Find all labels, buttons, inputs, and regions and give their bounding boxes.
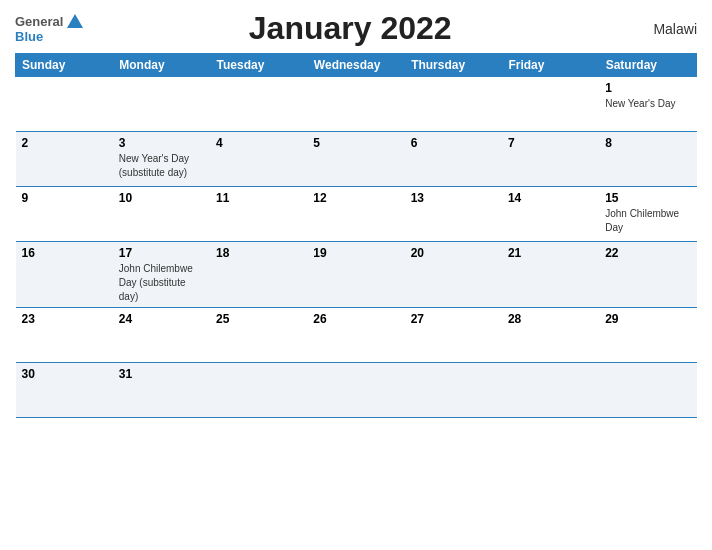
calendar-cell: [599, 363, 696, 418]
day-number: 31: [119, 367, 204, 381]
calendar-cell: 25: [210, 308, 307, 363]
day-header-monday: Monday: [113, 54, 210, 77]
calendar-cell: [307, 363, 404, 418]
day-number: 22: [605, 246, 690, 260]
calendar-cell: 1New Year's Day: [599, 77, 696, 132]
calendar-cell: 28: [502, 308, 599, 363]
calendar-cell: 18: [210, 242, 307, 308]
day-number: 25: [216, 312, 301, 326]
day-number: 8: [605, 136, 690, 150]
calendar-cell: 12: [307, 187, 404, 242]
calendar-cell: [502, 77, 599, 132]
day-number: 26: [313, 312, 398, 326]
day-number: 12: [313, 191, 398, 205]
calendar-cell: 2: [16, 132, 113, 187]
calendar-cell: 10: [113, 187, 210, 242]
calendar-table: SundayMondayTuesdayWednesdayThursdayFrid…: [15, 53, 697, 418]
day-number: 4: [216, 136, 301, 150]
calendar-cell: [405, 363, 502, 418]
calendar-cell: 23: [16, 308, 113, 363]
calendar-cell: 19: [307, 242, 404, 308]
day-header-sunday: Sunday: [16, 54, 113, 77]
day-number: 28: [508, 312, 593, 326]
calendar-page: General Blue January 2022 Malawi SundayM…: [0, 0, 712, 550]
day-number: 11: [216, 191, 301, 205]
calendar-cell: 22: [599, 242, 696, 308]
page-title: January 2022: [83, 10, 617, 47]
holiday-label: New Year's Day: [605, 98, 675, 109]
calendar-cell: 20: [405, 242, 502, 308]
day-number: 3: [119, 136, 204, 150]
calendar-cell: 9: [16, 187, 113, 242]
day-number: 6: [411, 136, 496, 150]
day-number: 14: [508, 191, 593, 205]
calendar-cell: 8: [599, 132, 696, 187]
day-number: 1: [605, 81, 690, 95]
day-number: 16: [22, 246, 107, 260]
calendar-cell: 14: [502, 187, 599, 242]
day-header-thursday: Thursday: [405, 54, 502, 77]
day-number: 2: [22, 136, 107, 150]
day-header-friday: Friday: [502, 54, 599, 77]
week-row: 9101112131415John Chilembwe Day: [16, 187, 697, 242]
day-number: 7: [508, 136, 593, 150]
calendar-cell: [16, 77, 113, 132]
day-number: 30: [22, 367, 107, 381]
calendar-cell: [307, 77, 404, 132]
day-number: 5: [313, 136, 398, 150]
calendar-cell: [405, 77, 502, 132]
day-number: 20: [411, 246, 496, 260]
calendar-cell: [210, 77, 307, 132]
calendar-cell: 11: [210, 187, 307, 242]
calendar-cell: 27: [405, 308, 502, 363]
calendar-cell: 24: [113, 308, 210, 363]
calendar-cell: 3New Year's Day (substitute day): [113, 132, 210, 187]
calendar-cell: 21: [502, 242, 599, 308]
day-number: 19: [313, 246, 398, 260]
header: General Blue January 2022 Malawi: [15, 10, 697, 47]
logo-general-text: General: [15, 14, 63, 29]
calendar-cell: 31: [113, 363, 210, 418]
day-number: 10: [119, 191, 204, 205]
day-number: 27: [411, 312, 496, 326]
logo: General Blue: [15, 14, 83, 44]
day-number: 15: [605, 191, 690, 205]
calendar-cell: 16: [16, 242, 113, 308]
calendar-cell: 4: [210, 132, 307, 187]
day-header-tuesday: Tuesday: [210, 54, 307, 77]
day-number: 21: [508, 246, 593, 260]
calendar-cell: 17John Chilembwe Day (substitute day): [113, 242, 210, 308]
calendar-cell: [502, 363, 599, 418]
day-number: 24: [119, 312, 204, 326]
day-header-saturday: Saturday: [599, 54, 696, 77]
day-number: 17: [119, 246, 204, 260]
calendar-cell: 30: [16, 363, 113, 418]
holiday-label: New Year's Day (substitute day): [119, 153, 189, 178]
day-number: 18: [216, 246, 301, 260]
calendar-cell: [210, 363, 307, 418]
holiday-label: John Chilembwe Day: [605, 208, 679, 233]
logo-triangle-icon: [67, 14, 83, 28]
week-row: 1617John Chilembwe Day (substitute day)1…: [16, 242, 697, 308]
day-number: 23: [22, 312, 107, 326]
calendar-cell: 29: [599, 308, 696, 363]
week-row: 1New Year's Day: [16, 77, 697, 132]
calendar-cell: 5: [307, 132, 404, 187]
calendar-cell: 6: [405, 132, 502, 187]
day-header-row: SundayMondayTuesdayWednesdayThursdayFrid…: [16, 54, 697, 77]
day-number: 29: [605, 312, 690, 326]
calendar-cell: 7: [502, 132, 599, 187]
calendar-cell: 26: [307, 308, 404, 363]
week-row: 23New Year's Day (substitute day)45678: [16, 132, 697, 187]
logo-blue-text: Blue: [15, 29, 43, 44]
day-header-wednesday: Wednesday: [307, 54, 404, 77]
day-number: 13: [411, 191, 496, 205]
country-label: Malawi: [617, 21, 697, 37]
calendar-cell: 13: [405, 187, 502, 242]
calendar-cell: 15John Chilembwe Day: [599, 187, 696, 242]
calendar-cell: [113, 77, 210, 132]
week-row: 3031: [16, 363, 697, 418]
holiday-label: John Chilembwe Day (substitute day): [119, 263, 193, 302]
week-row: 23242526272829: [16, 308, 697, 363]
day-number: 9: [22, 191, 107, 205]
